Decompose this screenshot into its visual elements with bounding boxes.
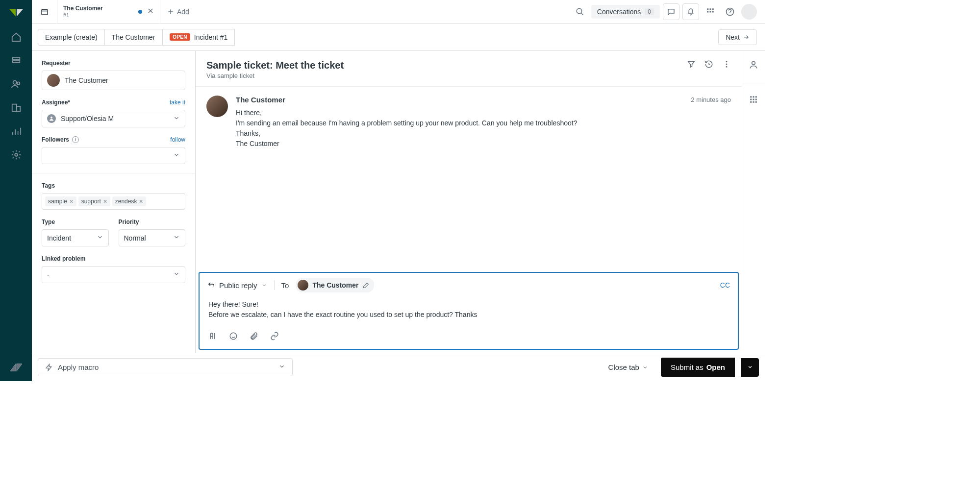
requester-name: The Customer <box>65 76 108 84</box>
type-select[interactable]: Incident <box>42 229 109 246</box>
chat-icon[interactable] <box>663 3 679 20</box>
status-badge: OPEN <box>170 33 190 41</box>
chevron-down-icon <box>173 234 180 242</box>
reply-type-label: Public reply <box>219 281 257 290</box>
cc-button[interactable]: CC <box>720 281 730 289</box>
org-nav-icon[interactable] <box>10 102 22 114</box>
tag-chip: sample✕ <box>45 196 76 206</box>
priority-value: Normal <box>124 234 146 242</box>
chevron-down-icon <box>278 363 285 371</box>
svg-rect-26 <box>753 99 754 100</box>
svg-rect-5 <box>16 106 20 111</box>
next-button[interactable]: Next <box>718 29 757 45</box>
remove-tag-icon[interactable]: ✕ <box>139 198 143 205</box>
tab-ticket-1[interactable]: The Customer #1 <box>57 0 160 23</box>
conversations-count: 0 <box>645 8 654 15</box>
emoji-icon[interactable] <box>229 332 238 342</box>
breadcrumb-incident[interactable]: OPEN Incident #1 <box>162 29 235 46</box>
settings-nav-icon[interactable] <box>10 149 22 161</box>
svg-rect-24 <box>755 96 757 97</box>
tag-chip: zendesk✕ <box>112 196 147 206</box>
customers-nav-icon[interactable] <box>10 78 22 90</box>
svg-point-19 <box>726 66 728 68</box>
svg-rect-22 <box>750 96 752 97</box>
svg-rect-9 <box>707 8 708 10</box>
info-icon[interactable]: i <box>72 136 79 143</box>
bottom-bar: Apply macro Close tab Submit as Open <box>32 353 765 381</box>
format-icon[interactable] <box>208 332 217 342</box>
next-label: Next <box>726 33 740 41</box>
remove-tag-icon[interactable]: ✕ <box>103 198 107 205</box>
brand-logo <box>9 6 23 20</box>
followers-select[interactable] <box>42 147 185 164</box>
to-recipient-name: The Customer <box>312 281 358 289</box>
follow-link[interactable]: follow <box>170 136 185 143</box>
svg-point-8 <box>577 8 582 14</box>
submit-button[interactable]: Submit as Open <box>661 358 735 377</box>
type-value: Incident <box>47 234 71 242</box>
conversation-pane: Sample ticket: Meet the ticket Via sampl… <box>196 51 742 353</box>
svg-point-6 <box>15 153 18 156</box>
bell-icon[interactable] <box>682 3 699 20</box>
filter-icon[interactable] <box>687 60 696 70</box>
reply-textarea[interactable]: Hey there! Sure! Before we escalate, can… <box>200 297 738 328</box>
message-body: Hi there, I'm sending an email because I… <box>236 108 731 149</box>
reply-composer: Public reply To The Customer CC Hey ther… <box>199 272 739 350</box>
link-icon[interactable] <box>270 332 279 342</box>
requester-field[interactable]: The Customer <box>42 71 185 90</box>
more-icon[interactable] <box>722 60 731 70</box>
followers-label-text: Followers <box>42 136 69 143</box>
to-recipient-chip[interactable]: The Customer <box>296 278 374 292</box>
close-tab-button[interactable]: Close tab <box>608 363 648 371</box>
submit-dropdown[interactable] <box>741 358 759 377</box>
views-nav-icon[interactable] <box>10 55 22 67</box>
tags-input[interactable]: sample✕ support✕ zendesk✕ <box>42 193 185 210</box>
apply-macro-button[interactable]: Apply macro <box>38 358 293 376</box>
svg-rect-25 <box>750 99 752 100</box>
tags-label: Tags <box>42 182 185 189</box>
reply-type-selector[interactable]: Public reply <box>207 281 267 290</box>
search-icon[interactable] <box>572 3 588 20</box>
linked-problem-select[interactable]: - <box>42 266 185 283</box>
svg-point-21 <box>752 61 755 65</box>
breadcrumb-bar: Example (create) The Customer OPEN Incid… <box>32 24 765 51</box>
conversations-button[interactable]: Conversations 0 <box>591 5 660 19</box>
svg-rect-28 <box>750 101 752 103</box>
person-icon <box>47 114 56 123</box>
breadcrumb-example[interactable]: Example (create) <box>38 29 105 46</box>
assignee-label: Assignee* take it <box>42 99 185 106</box>
tag-text: sample <box>48 198 67 205</box>
svg-rect-1 <box>12 61 20 63</box>
user-avatar[interactable] <box>741 4 757 20</box>
zendesk-logo-icon <box>10 362 22 373</box>
assignee-select[interactable]: Support/Olesia M <box>42 110 185 127</box>
chevron-down-icon <box>173 270 180 279</box>
submit-prefix: Submit as <box>671 363 704 371</box>
chevron-down-icon <box>173 115 180 123</box>
breadcrumb-customer[interactable]: The Customer <box>105 29 163 46</box>
take-it-link[interactable]: take it <box>170 99 185 106</box>
close-icon[interactable] <box>147 7 154 16</box>
apps-context-icon[interactable] <box>749 95 758 105</box>
attach-icon[interactable] <box>250 332 258 342</box>
user-context-icon[interactable] <box>749 60 758 71</box>
avatar-icon <box>47 74 60 87</box>
help-icon[interactable] <box>722 3 738 20</box>
add-tab-button[interactable]: Add <box>160 0 196 23</box>
message-time: 2 minutes ago <box>691 96 731 103</box>
svg-point-20 <box>230 333 237 340</box>
tag-text: zendesk <box>115 198 137 205</box>
svg-point-3 <box>17 82 20 85</box>
svg-rect-30 <box>755 101 757 103</box>
remove-tag-icon[interactable]: ✕ <box>69 198 74 205</box>
svg-rect-13 <box>710 11 711 12</box>
history-icon[interactable] <box>704 60 713 70</box>
home-nav-icon[interactable] <box>10 31 22 43</box>
edit-icon[interactable] <box>363 282 369 289</box>
priority-select[interactable]: Normal <box>119 229 186 246</box>
chevron-down-icon <box>173 151 180 160</box>
reports-nav-icon[interactable] <box>10 125 22 137</box>
tab-home-button[interactable] <box>32 0 57 23</box>
apps-icon[interactable] <box>702 3 719 20</box>
tag-chip: support✕ <box>78 196 110 206</box>
